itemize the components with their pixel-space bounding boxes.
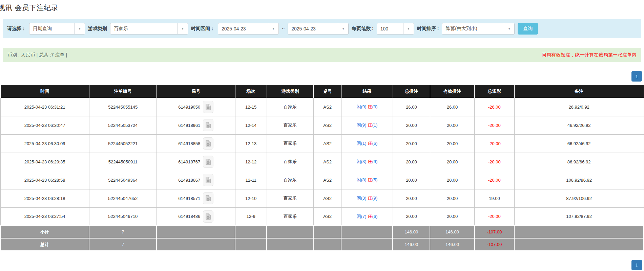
- chevron-down-icon[interactable]: ▾: [504, 23, 514, 34]
- cell-table-no: AS2: [314, 207, 341, 226]
- cell-note: 106.92/86.92: [514, 171, 644, 189]
- summary-bar: 币别 : 人民币 | 总共 :7 注单 | 同局有效投注，统一计算在该局第一张注…: [3, 48, 641, 62]
- cell-game-type: 百家乐: [267, 134, 314, 153]
- cell-total-bet[interactable]: 26.00: [393, 98, 430, 116]
- cell-round-no: 614918571: [157, 189, 235, 207]
- cell-result: 闲(1)庄(6): [341, 134, 393, 153]
- page-1-button[interactable]: 1: [631, 71, 642, 82]
- cell-note: 86.92/66.92: [514, 153, 644, 171]
- chevron-down-icon[interactable]: ▾: [268, 23, 278, 34]
- page-size-label: 每页笔数 :: [352, 26, 374, 32]
- cell-game-type: 百家乐: [267, 98, 314, 116]
- summary-currency-count: 币别 : 人民币 | 总共 :7 注单 |: [7, 52, 67, 58]
- cell-payout: 19.00: [475, 189, 515, 207]
- grandtotal-total-bet: 146.00: [393, 238, 430, 251]
- subtotal-empty: [267, 226, 314, 238]
- grandtotal-empty: [235, 238, 267, 251]
- cell-game-type: 百家乐: [267, 116, 314, 134]
- cell-table-no: AS2: [314, 134, 341, 153]
- chevron-down-icon[interactable]: ▾: [403, 23, 414, 34]
- cell-time: 2025-04-23 06:28:18: [0, 189, 89, 207]
- result-player: 闲(3): [357, 159, 367, 164]
- cell-session: 12-10: [235, 189, 267, 207]
- date-range-tilde: ~: [282, 26, 285, 31]
- header-result: 结果: [341, 85, 393, 98]
- cell-result: 闲(7)庄(6): [341, 207, 393, 226]
- result-player: 闲(8): [357, 177, 367, 182]
- header-time: 时间: [0, 85, 89, 98]
- cell-time: 2025-04-23 06:30:47: [0, 116, 89, 134]
- cell-bet-no: 522445055145: [89, 98, 157, 116]
- cell-total-bet[interactable]: 20.00: [393, 134, 430, 153]
- video-file-icon[interactable]: [203, 137, 213, 150]
- subtotal-empty: [314, 226, 341, 238]
- header-total-bet: 总投注: [393, 85, 430, 98]
- header-payout: 总派彩: [475, 85, 515, 98]
- table-row[interactable]: 2025-04-23 06:29:35 522445050911 6149187…: [0, 153, 644, 171]
- video-file-icon[interactable]: [203, 156, 213, 168]
- date-to-select[interactable]: 2025-04-23 ▾: [288, 23, 349, 35]
- cell-result: 闲(3)庄(9): [341, 189, 393, 207]
- result-player: 闲(7): [357, 214, 367, 219]
- header-bet-no: 注单编号: [89, 85, 157, 98]
- subtotal-payout: -107.00: [475, 226, 515, 238]
- cell-valid-bet: 20.00: [430, 207, 474, 226]
- cell-time: 2025-04-23 06:31:21: [0, 98, 89, 116]
- cell-game-type: 百家乐: [267, 189, 314, 207]
- table-row[interactable]: 2025-04-23 06:30:09 522445052221 6149188…: [0, 134, 644, 153]
- subtotal-total-bet: 146.00: [393, 226, 430, 238]
- cell-table-no: AS2: [314, 153, 341, 171]
- cell-round-no: 614918858: [157, 134, 235, 153]
- cell-total-bet[interactable]: 20.00: [393, 207, 430, 226]
- filter-bar: 请选择： 日期查询 ▾ 游戏类别 百家乐 ▾ 时间区间： 2025-04-23 …: [3, 19, 641, 38]
- cell-bet-no: 522445047652: [89, 189, 157, 207]
- chevron-down-icon[interactable]: ▾: [338, 23, 348, 34]
- grandtotal-count: 7: [89, 238, 157, 251]
- table-row[interactable]: 2025-04-23 06:27:54 522445046710 6149184…: [0, 207, 644, 226]
- cell-game-type: 百家乐: [267, 153, 314, 171]
- round-no-text: 614918486: [178, 214, 200, 219]
- table-row[interactable]: 2025-04-23 06:30:47 522445053724 6149189…: [0, 116, 644, 134]
- cell-session: 12-14: [235, 116, 267, 134]
- search-button[interactable]: 查询: [518, 23, 538, 35]
- table-row[interactable]: 2025-04-23 06:28:18 522445047652 6149185…: [0, 189, 644, 207]
- subtotal-empty: [341, 226, 393, 238]
- result-player: 闲(9): [357, 104, 367, 109]
- cell-total-bet[interactable]: 20.00: [393, 153, 430, 171]
- grandtotal-payout: -107.00: [475, 238, 515, 251]
- cell-session: 12-13: [235, 134, 267, 153]
- page-size-select[interactable]: 100 ▾: [377, 23, 414, 35]
- query-mode-select[interactable]: 日期查询 ▾: [29, 23, 85, 35]
- result-banker: 庄: [368, 214, 372, 219]
- table-row[interactable]: 2025-04-23 06:28:58 522445049364 6149186…: [0, 171, 644, 189]
- time-sort-select[interactable]: 降冪(由大到小) ▾: [442, 23, 515, 35]
- date-to-value: 2025-04-23: [288, 23, 338, 34]
- grandtotal-empty: [157, 238, 235, 251]
- table-row[interactable]: 2025-04-23 06:31:21 522445055145 6149190…: [0, 98, 644, 116]
- pagination-bottom: 1: [0, 260, 644, 270]
- cell-session: 12-9: [235, 207, 267, 226]
- result-banker: 庄: [368, 141, 372, 146]
- subtotal-valid-bet: 146.00: [430, 226, 474, 238]
- cell-total-bet[interactable]: 20.00: [393, 171, 430, 189]
- video-file-icon[interactable]: [203, 119, 213, 131]
- game-type-select[interactable]: 百家乐 ▾: [110, 23, 188, 35]
- cell-table-no: AS2: [314, 189, 341, 207]
- grandtotal-empty: [514, 238, 644, 251]
- chevron-down-icon[interactable]: ▾: [177, 23, 188, 34]
- cell-total-bet[interactable]: 20.00: [393, 116, 430, 134]
- video-file-icon[interactable]: [203, 210, 213, 223]
- round-no-text: 614918667: [178, 178, 200, 183]
- cell-total-bet[interactable]: 20.00: [393, 189, 430, 207]
- result-banker-points: (6): [372, 214, 377, 219]
- chevron-down-icon[interactable]: ▾: [74, 23, 85, 34]
- grandtotal-row: 总计 7 146.00 146.00 -107.00: [0, 238, 644, 251]
- grandtotal-label: 总计: [0, 238, 89, 251]
- video-file-icon[interactable]: [203, 174, 213, 186]
- cell-time: 2025-04-23 06:27:54: [0, 207, 89, 226]
- page-1-button[interactable]: 1: [631, 260, 642, 270]
- header-round-no: 局号: [157, 85, 235, 98]
- video-file-icon[interactable]: [203, 101, 213, 113]
- date-from-select[interactable]: 2025-04-23 ▾: [218, 23, 279, 35]
- video-file-icon[interactable]: [203, 192, 213, 204]
